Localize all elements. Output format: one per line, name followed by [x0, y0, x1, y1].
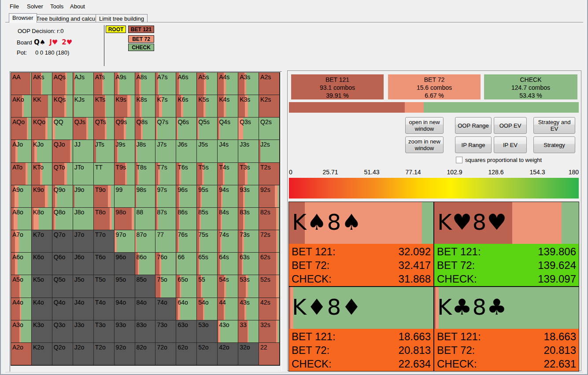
matrix-cell-62o[interactable]: 62o — [176, 343, 197, 365]
matrix-cell-K3s[interactable]: K3s — [238, 95, 259, 118]
matrix-cell-KJs[interactable]: KJs — [73, 95, 94, 118]
matrix-cell-85o[interactable]: 85o — [135, 275, 156, 298]
matrix-cell-J4s[interactable]: J4s — [218, 140, 238, 162]
matrix-cell-J6o[interactable]: J6o — [73, 253, 94, 275]
matrix-cell-J8o[interactable]: J8o — [73, 208, 94, 230]
matrix-cell-ATo[interactable]: ATo — [11, 163, 32, 185]
matrix-cell-K2o[interactable]: K2o — [32, 343, 52, 365]
matrix-cell-Q3o[interactable]: Q3o — [52, 320, 73, 343]
matrix-cell-K2s[interactable]: K2s — [259, 95, 280, 118]
matrix-cell-J4o[interactable]: J4o — [73, 298, 94, 320]
matrix-cell-96s[interactable]: 96s — [176, 185, 197, 208]
matrix-cell-Q9s[interactable]: Q9s — [115, 118, 135, 140]
matrix-cell-86s[interactable]: 86s — [176, 208, 197, 230]
matrix-cell-53o[interactable]: 53o — [197, 320, 218, 343]
matrix-cell-65s[interactable]: 65s — [197, 253, 218, 275]
matrix-cell-J7o[interactable]: J7o — [73, 230, 94, 253]
matrix-cell-K9s[interactable]: K9s — [115, 95, 135, 118]
matrix-cell-T9o[interactable]: T9o — [94, 185, 115, 208]
matrix-cell-T9s[interactable]: T9s — [115, 163, 135, 185]
matrix-cell-K4s[interactable]: K4s — [218, 95, 238, 118]
matrix-cell-J8s[interactable]: J8s — [135, 140, 156, 162]
matrix-cell-98o[interactable]: 98o — [115, 208, 135, 230]
matrix-cell-K5s[interactable]: K5s — [197, 95, 218, 118]
matrix-cell-72o[interactable]: 72o — [155, 343, 176, 365]
matrix-cell-44[interactable]: 44 — [218, 298, 238, 320]
matrix-cell-A7o[interactable]: A7o — [11, 230, 32, 253]
matrix-cell-83o[interactable]: 83o — [135, 320, 156, 343]
matrix-cell-94o[interactable]: 94o — [115, 298, 135, 320]
matrix-cell-84s[interactable]: 84s — [218, 208, 238, 230]
matrix-cell-52s[interactable]: 52s — [259, 275, 280, 298]
matrix-cell-J9o[interactable]: J9o — [73, 185, 94, 208]
matrix-cell-A3s[interactable]: A3s — [238, 73, 259, 95]
matrix-cell-A4o[interactable]: A4o — [11, 298, 32, 320]
squares-proportional-checkbox[interactable] — [456, 157, 462, 163]
matrix-cell-J6s[interactable]: J6s — [176, 140, 197, 162]
matrix-cell-32s[interactable]: 32s — [259, 320, 280, 343]
matrix-cell-A3o[interactable]: A3o — [11, 320, 32, 343]
oop-ev-button[interactable]: OOP EV — [494, 117, 527, 134]
matrix-cell-A7s[interactable]: A7s — [155, 73, 176, 95]
matrix-cell-QJs[interactable]: QJs — [73, 118, 94, 140]
tab-browser[interactable]: Browser — [9, 13, 37, 23]
matrix-cell-A5o[interactable]: A5o — [11, 275, 32, 298]
matrix-cell-A5s[interactable]: A5s — [197, 73, 218, 95]
matrix-cell-T4o[interactable]: T4o — [94, 298, 115, 320]
matrix-cell-AJs[interactable]: AJs — [73, 73, 94, 95]
matrix-cell-74s[interactable]: 74s — [218, 230, 238, 253]
open-in-new-window-button[interactable]: open in new window — [405, 117, 444, 134]
matrix-cell-83s[interactable]: 83s — [238, 208, 259, 230]
matrix-cell-J2o[interactable]: J2o — [73, 343, 94, 365]
matrix-cell-Q5o[interactable]: Q5o — [52, 275, 73, 298]
matrix-cell-A8o[interactable]: A8o — [11, 208, 32, 230]
menu-file[interactable]: File — [10, 3, 19, 10]
matrix-cell-A6s[interactable]: A6s — [176, 73, 197, 95]
matrix-cell-AA[interactable]: AA — [11, 73, 32, 95]
matrix-cell-AKo[interactable]: AKo — [11, 95, 32, 118]
matrix-cell-A9o[interactable]: A9o — [11, 185, 32, 208]
matrix-cell-KTs[interactable]: KTs — [94, 95, 115, 118]
matrix-cell-93s[interactable]: 93s — [238, 185, 259, 208]
matrix-cell-85s[interactable]: 85s — [197, 208, 218, 230]
matrix-cell-T3o[interactable]: T3o — [94, 320, 115, 343]
matrix-cell-KQo[interactable]: KQo — [32, 118, 52, 140]
matrix-cell-J5o[interactable]: J5o — [73, 275, 94, 298]
matrix-cell-76o[interactable]: 76o — [155, 253, 176, 275]
menu-solver[interactable]: Solver — [27, 3, 43, 10]
matrix-cell-AKs[interactable]: AKs — [32, 73, 52, 95]
strategy-button[interactable]: Strategy — [533, 136, 575, 153]
matrix-cell-76s[interactable]: 76s — [176, 230, 197, 253]
matrix-cell-JTo[interactable]: JTo — [73, 163, 94, 185]
tree-node-bet121[interactable]: BET 121 — [128, 26, 154, 33]
matrix-cell-Q9o[interactable]: Q9o — [52, 185, 73, 208]
matrix-cell-84o[interactable]: 84o — [135, 298, 156, 320]
matrix-cell-53s[interactable]: 53s — [238, 275, 259, 298]
matrix-cell-Q6s[interactable]: Q6s — [176, 118, 197, 140]
matrix-cell-52o[interactable]: 52o — [197, 343, 218, 365]
matrix-cell-Q3s[interactable]: Q3s — [238, 118, 259, 140]
matrix-cell-AQs[interactable]: AQs — [52, 73, 73, 95]
matrix-cell-Q7s[interactable]: Q7s — [155, 118, 176, 140]
matrix-cell-T4s[interactable]: T4s — [218, 163, 238, 185]
matrix-cell-72s[interactable]: 72s — [259, 230, 280, 253]
tab-limit-tree-building[interactable]: Limit tree building — [96, 14, 148, 22]
matrix-cell-J7s[interactable]: J7s — [155, 140, 176, 162]
matrix-cell-Q4o[interactable]: Q4o — [52, 298, 73, 320]
matrix-cell-75o[interactable]: 75o — [155, 275, 176, 298]
matrix-cell-QQ[interactable]: QQ — [52, 118, 73, 140]
matrix-cell-J2s[interactable]: J2s — [259, 140, 280, 162]
matrix-cell-32o[interactable]: 32o — [238, 343, 259, 365]
matrix-cell-54o[interactable]: 54o — [197, 298, 218, 320]
matrix-cell-KTo[interactable]: KTo — [32, 163, 52, 185]
matrix-cell-Q8s[interactable]: Q8s — [135, 118, 156, 140]
matrix-cell-Q6o[interactable]: Q6o — [52, 253, 73, 275]
matrix-cell-TT[interactable]: TT — [94, 163, 115, 185]
matrix-cell-A4s[interactable]: A4s — [218, 73, 238, 95]
matrix-cell-74o[interactable]: 74o — [155, 298, 176, 320]
matrix-cell-33[interactable]: 33 — [238, 320, 259, 343]
matrix-cell-Q7o[interactable]: Q7o — [52, 230, 73, 253]
matrix-cell-62s[interactable]: 62s — [259, 253, 280, 275]
matrix-cell-T5o[interactable]: T5o — [94, 275, 115, 298]
matrix-cell-87o[interactable]: 87o — [135, 230, 156, 253]
